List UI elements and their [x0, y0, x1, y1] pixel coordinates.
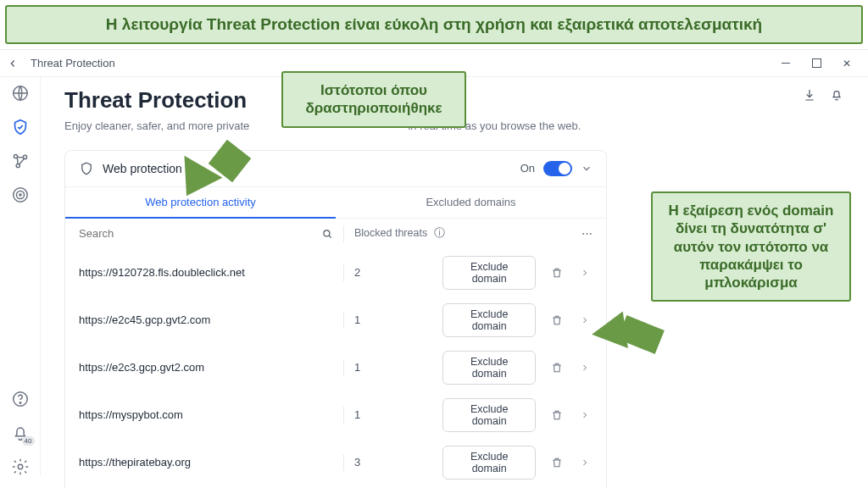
count-cell: 1 [354, 408, 434, 421]
mesh-icon[interactable] [11, 152, 30, 170]
download-icon[interactable] [802, 87, 817, 103]
settings-icon[interactable] [11, 458, 30, 476]
web-protection-toggle[interactable] [543, 161, 572, 176]
svg-point-9 [18, 464, 23, 469]
chevron-right-icon[interactable] [580, 410, 593, 420]
more-icon[interactable]: ⋯ [581, 228, 593, 240]
help-icon[interactable] [11, 390, 30, 408]
tab-excluded[interactable]: Excluded domains [336, 187, 606, 219]
notifications-icon[interactable] [11, 424, 30, 442]
panel-title: Web protection [103, 162, 182, 175]
toggle-state-label: On [520, 162, 535, 175]
back-button[interactable] [7, 58, 24, 69]
trash-icon[interactable] [551, 314, 564, 326]
radar-icon[interactable] [11, 186, 30, 204]
callout-exclude: Η εξαίρεση ενός domain δίνει τη δυνατότη… [651, 191, 851, 302]
shield-outline-icon [79, 161, 94, 176]
domain-cell: https://9120728.fls.doubleclick.net [79, 266, 333, 279]
search-icon[interactable] [321, 228, 333, 240]
domain-cell: https://thepiratebay.org [79, 456, 333, 469]
expand-chevron-icon[interactable] [581, 163, 593, 175]
svg-line-11 [329, 236, 331, 238]
table-row: https://myspybot.com1Exclude domain [65, 391, 606, 439]
svg-point-10 [324, 230, 330, 236]
web-protection-panel: Web protection On Web protection activit… [64, 150, 607, 488]
table-row: https://thepiratebay.org3Exclude domain [65, 439, 606, 486]
callout-activity: Ιστότοποι όπου δραστηριοποιήθηκε [281, 71, 466, 128]
count-cell: 2 [354, 266, 434, 279]
chevron-right-icon[interactable] [580, 363, 593, 373]
blocked-threats-header: Blocked threats [354, 227, 427, 239]
domain-cell: https://myspybot.com [79, 408, 333, 421]
exclude-domain-button[interactable]: Exclude domain [442, 303, 536, 337]
chevron-right-icon[interactable] [580, 268, 593, 278]
exclude-domain-button[interactable]: Exclude domain [442, 256, 536, 290]
count-cell: 1 [354, 361, 434, 374]
count-cell: 1 [354, 313, 434, 326]
top-banner-callout: Η λειτουργία Threat Protection είναι εύκ… [5, 5, 863, 44]
exclude-domain-button[interactable]: Exclude domain [442, 398, 536, 432]
globe-icon[interactable] [11, 84, 30, 103]
bell-icon[interactable] [829, 87, 844, 103]
domain-cell: https://e2c3.gcp.gvt2.com [79, 361, 333, 374]
exclude-domain-button[interactable]: Exclude domain [442, 446, 536, 480]
trash-icon[interactable] [551, 457, 564, 469]
exclude-domain-button[interactable]: Exclude domain [442, 351, 536, 385]
trash-icon[interactable] [551, 409, 564, 421]
svg-point-1 [14, 154, 17, 158]
table-row: https://e2c45.gcp.gvt2.com1Exclude domai… [65, 297, 606, 344]
svg-point-8 [19, 402, 20, 403]
info-icon[interactable]: ⓘ [434, 227, 445, 239]
search-input[interactable] [79, 227, 321, 240]
chevron-right-icon[interactable] [580, 458, 593, 468]
domain-cell: https://e2c45.gcp.gvt2.com [79, 313, 333, 326]
sidebar [0, 50, 41, 476]
table-row: https://e2c3.gcp.gvt2.com1Exclude domain [65, 344, 606, 391]
table-row: https://9120728.fls.doubleclick.net2Excl… [65, 249, 606, 297]
trash-icon[interactable] [551, 267, 564, 279]
svg-point-6 [19, 194, 20, 196]
arrow-head-2 [589, 311, 628, 352]
count-cell: 3 [354, 456, 434, 469]
trash-icon[interactable] [551, 362, 564, 374]
shield-icon[interactable] [11, 118, 30, 136]
